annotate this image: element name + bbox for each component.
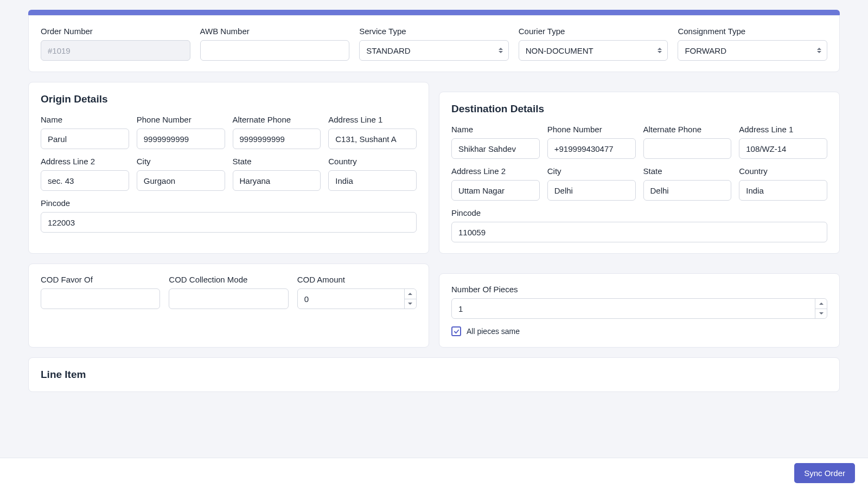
- service-type-label: Service Type: [359, 27, 509, 36]
- destination-title: Destination Details: [451, 103, 827, 115]
- origin-addr2-label: Address Line 2: [41, 157, 129, 166]
- pieces-input[interactable]: 1: [451, 298, 827, 319]
- pieces-card: Number Of Pieces 1 All pieces same: [439, 273, 840, 348]
- origin-name-input[interactable]: Parul: [41, 129, 129, 149]
- pieces-increment[interactable]: [815, 299, 827, 309]
- origin-phone-label: Phone Number: [137, 115, 225, 124]
- origin-pincode-label: Pincode: [41, 198, 417, 208]
- origin-details-card: Origin Details Name Parul Phone Number 9…: [28, 82, 429, 254]
- origin-phone-input[interactable]: 9999999999: [137, 129, 225, 149]
- dest-addr2-input[interactable]: Uttam Nagar: [451, 180, 540, 201]
- courier-type-value: NON-DOCUMENT: [526, 46, 593, 55]
- consignment-type-select[interactable]: FORWARD: [678, 40, 827, 61]
- select-chevron-icon: [499, 48, 503, 53]
- dest-city-input[interactable]: Delhi: [547, 180, 636, 201]
- destination-details-card: Destination Details Name Shikhar Sahdev …: [439, 92, 840, 254]
- order-basics-card: Order Number #1019 AWB Number Service Ty…: [28, 15, 840, 72]
- consignment-type-value: FORWARD: [685, 46, 726, 55]
- line-item-card: Line Item: [28, 357, 840, 392]
- origin-addr1-label: Address Line 1: [328, 115, 417, 124]
- courier-type-label: Courier Type: [519, 27, 668, 36]
- accent-bar: [28, 10, 840, 15]
- origin-name-label: Name: [41, 115, 129, 124]
- cod-card: COD Favor Of COD Collection Mode COD Amo…: [28, 264, 429, 348]
- order-number-input: #1019: [41, 40, 190, 61]
- origin-country-label: Country: [328, 157, 417, 166]
- origin-addr2-input[interactable]: sec. 43: [41, 170, 129, 191]
- all-pieces-same-label: All pieces same: [467, 327, 520, 336]
- dest-addr2-label: Address Line 2: [451, 166, 540, 176]
- origin-alt-phone-input[interactable]: 9999999999: [233, 129, 321, 149]
- awb-number-label: AWB Number: [200, 27, 350, 36]
- consignment-type-label: Consignment Type: [678, 27, 827, 36]
- dest-phone-input[interactable]: +919999430477: [547, 138, 636, 159]
- dest-country-input[interactable]: India: [739, 180, 827, 201]
- select-chevron-icon: [817, 48, 821, 53]
- origin-country-input[interactable]: India: [328, 170, 417, 191]
- origin-city-label: City: [137, 157, 225, 166]
- awb-number-input[interactable]: [200, 40, 350, 61]
- pieces-decrement[interactable]: [815, 309, 827, 319]
- origin-city-input[interactable]: Gurgaon: [137, 170, 225, 191]
- all-pieces-same-checkbox[interactable]: [451, 326, 461, 336]
- courier-type-select[interactable]: NON-DOCUMENT: [519, 40, 668, 61]
- service-type-select[interactable]: STANDARD: [359, 40, 509, 61]
- dest-addr1-input[interactable]: 108/WZ-14: [739, 138, 827, 159]
- origin-state-label: State: [233, 157, 321, 166]
- cod-amount-label: COD Amount: [297, 275, 417, 284]
- dest-pincode-label: Pincode: [451, 208, 827, 217]
- cod-mode-label: COD Collection Mode: [169, 275, 288, 284]
- cod-favor-label: COD Favor Of: [41, 275, 160, 284]
- dest-alt-phone-input[interactable]: [643, 138, 732, 159]
- origin-pincode-input[interactable]: 122003: [41, 212, 417, 233]
- line-item-title: Line Item: [41, 369, 827, 381]
- check-icon: [454, 329, 459, 335]
- dest-addr1-label: Address Line 1: [739, 125, 827, 134]
- dest-pincode-input[interactable]: 110059: [451, 222, 827, 242]
- cod-amount-input[interactable]: 0: [297, 288, 417, 309]
- cod-favor-input[interactable]: [41, 288, 160, 309]
- cod-mode-input[interactable]: [169, 288, 288, 309]
- cod-amount-increment[interactable]: [405, 289, 416, 299]
- pieces-label: Number Of Pieces: [451, 285, 827, 294]
- origin-addr1-input[interactable]: C131, Sushant A: [328, 129, 417, 149]
- order-number-label: Order Number: [41, 27, 190, 36]
- dest-country-label: Country: [739, 166, 827, 176]
- origin-title: Origin Details: [41, 93, 417, 105]
- dest-state-input[interactable]: Delhi: [643, 180, 732, 201]
- dest-alt-phone-label: Alternate Phone: [643, 125, 732, 134]
- dest-name-label: Name: [451, 125, 540, 134]
- select-chevron-icon: [658, 48, 662, 53]
- dest-phone-label: Phone Number: [547, 125, 636, 134]
- origin-state-input[interactable]: Haryana: [233, 170, 321, 191]
- cod-amount-decrement[interactable]: [405, 299, 416, 309]
- dest-city-label: City: [547, 166, 636, 176]
- dest-name-input[interactable]: Shikhar Sahdev: [451, 138, 540, 159]
- service-type-value: STANDARD: [366, 46, 410, 55]
- origin-alt-phone-label: Alternate Phone: [233, 115, 321, 124]
- dest-state-label: State: [643, 166, 732, 176]
